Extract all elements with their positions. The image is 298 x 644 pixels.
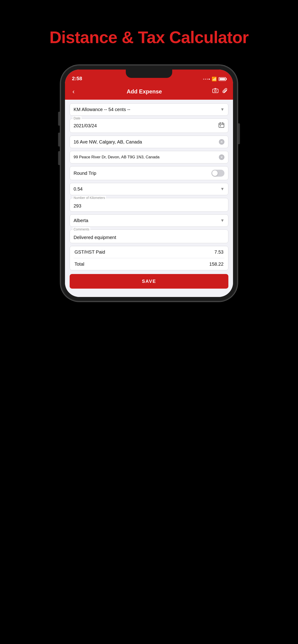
date-label: Date — [73, 116, 82, 120]
rate-value: 0.54 — [74, 186, 83, 192]
to-address-value: 99 Peace River Dr, Devon, AB T9G 1N3, Ca… — [74, 155, 159, 160]
phone-frame: 2:58 📶 ‹ Add Expense — [61, 65, 237, 301]
calendar-icon — [218, 122, 224, 129]
dot3 — [207, 78, 208, 80]
svg-point-1 — [214, 90, 216, 92]
dot2 — [205, 78, 206, 80]
svg-rect-0 — [213, 89, 218, 93]
battery-fill — [219, 78, 225, 80]
date-value: 2021/03/24 — [74, 123, 97, 128]
to-address-field[interactable]: 99 Peace River Dr, Devon, AB T9G 1N3, Ca… — [70, 151, 228, 164]
camera-icon[interactable] — [212, 88, 219, 96]
gst-value: 7.53 — [214, 250, 223, 255]
total-row: Total 158.22 — [74, 258, 224, 270]
form-content: KM Allowance -- 54 cents -- ▼ Date 2021/… — [65, 100, 233, 297]
nav-bar: ‹ Add Expense — [65, 84, 233, 100]
save-button[interactable]: SAVE — [70, 274, 228, 288]
dot4 — [209, 78, 210, 80]
title-part1: Distance & — [50, 28, 138, 46]
comments-field[interactable]: Comments Delivered equipment — [70, 230, 228, 243]
km-field[interactable]: Number of Kilometers 293 — [70, 198, 228, 212]
app-title: Distance & Tax Calculator — [50, 28, 248, 47]
date-field[interactable]: Date 2021/03/24 — [70, 118, 228, 133]
expense-type-dropdown[interactable]: KM Allowance -- 54 cents -- ▼ — [70, 104, 228, 116]
svg-rect-2 — [219, 123, 224, 128]
from-address-field[interactable]: 16 Ave NW, Calgary, AB, Canada ✕ — [70, 136, 228, 148]
toggle-knob — [212, 170, 218, 176]
comments-value: Delivered equipment — [74, 235, 116, 240]
total-label: Total — [75, 262, 84, 267]
round-trip-row: Round Trip — [70, 166, 228, 180]
notch — [126, 70, 172, 78]
expense-type-value: KM Allowance -- 54 cents -- — [74, 107, 130, 112]
status-icons: 📶 — [203, 76, 226, 82]
signal-dots — [203, 78, 210, 80]
rate-dropdown[interactable]: 0.54 ▼ — [70, 183, 228, 195]
svg-rect-6 — [220, 126, 221, 126]
rate-dropdown-arrow-icon: ▼ — [220, 186, 224, 192]
total-value: 158.22 — [209, 262, 223, 267]
round-trip-toggle[interactable] — [211, 170, 224, 177]
wifi-icon: 📶 — [212, 76, 217, 82]
nav-icons — [212, 88, 227, 96]
km-value: 293 — [74, 203, 81, 208]
battery-icon — [219, 77, 226, 81]
clear-to-button[interactable]: ✕ — [219, 154, 224, 160]
province-dropdown[interactable]: Alberta ▼ — [70, 214, 228, 227]
dropdown-arrow-icon: ▼ — [220, 107, 224, 112]
gst-label: GST/HST Paid — [75, 250, 105, 255]
back-button[interactable]: ‹ — [71, 86, 76, 97]
phone-screen: 2:58 📶 ‹ Add Expense — [65, 70, 233, 297]
nav-title: Add Expense — [79, 88, 209, 95]
km-label: Number of Kilometers — [73, 196, 106, 200]
province-value: Alberta — [74, 218, 88, 223]
attach-icon[interactable] — [222, 88, 227, 96]
comments-label: Comments — [73, 228, 90, 231]
from-address-value: 16 Ave NW, Calgary, AB, Canada — [74, 139, 142, 145]
dot1 — [203, 78, 204, 80]
clear-from-button[interactable]: ✕ — [219, 139, 224, 145]
title-part2: Tax Calculator — [138, 28, 248, 46]
province-dropdown-arrow-icon: ▼ — [220, 218, 224, 223]
gst-row: GST/HST Paid 7.53 — [74, 246, 224, 258]
round-trip-label: Round Trip — [74, 170, 96, 176]
summary-section: GST/HST Paid 7.53 Total 158.22 — [70, 246, 228, 270]
